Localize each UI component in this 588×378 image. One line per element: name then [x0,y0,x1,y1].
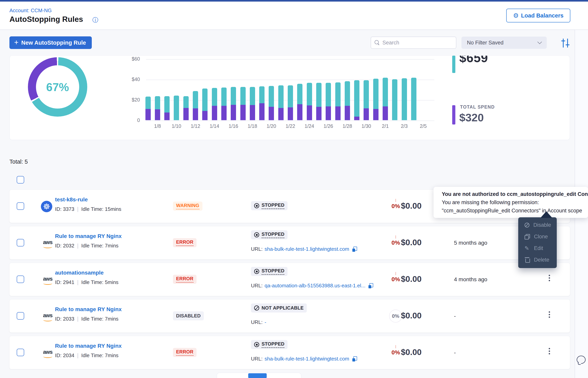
bar-1/26 [326,83,331,120]
savings-percent-tick [396,235,396,239]
spend-accent-bar [452,105,455,124]
rule-name-link[interactable]: automationsample [55,270,103,276]
rule-id: ID: 2032 [55,243,74,249]
search-input[interactable] [383,40,449,46]
select-all-checkbox[interactable] [17,176,24,184]
rule-name-link[interactable]: Rule to manage RY Nginx [55,233,122,239]
tooltip-line: "ccm_autoStoppingRule_edit Connectors" i… [442,206,580,215]
row-checkbox[interactable] [17,202,24,210]
row-actions-kebab-icon[interactable] [547,273,552,283]
spend-bar-segment [221,106,227,120]
resource-state-badge[interactable]: NOT APPLICABLE [251,303,307,312]
menu-item-disable[interactable]: Disable [518,219,557,231]
saved-filter-dropdown[interactable]: No Filter Saved [461,37,547,49]
savings-percent-ring: 0% [389,310,402,323]
x-axis-label: 1/28 [337,123,357,129]
rule-status-badge[interactable]: ERROR [173,348,196,357]
rule-status-badge[interactable]: ERROR [173,238,196,247]
row-actions-kebab-icon[interactable] [547,346,552,356]
savings-bar-segment [231,87,236,105]
savings-percent-tick [396,199,396,202]
rule-name-link[interactable]: Rule to manage RY Nginx [55,343,122,349]
row-checkbox[interactable] [17,349,24,356]
row-checkbox[interactable] [17,312,24,320]
context-menu-caret [540,211,552,218]
aws-smile-icon [43,355,52,358]
permission-tooltip: You are not authorized to ccm_autostoppi… [434,187,588,218]
menu-item-label: Disable [533,222,551,228]
menu-item-label: Delete [534,257,549,263]
spend-bar-segment [307,105,312,120]
new-rule-label: New AutoStopping Rule [21,40,86,46]
x-axis-label: 2/3 [395,123,414,129]
spend-bar-segment [345,106,350,120]
page-header: Account: CCM-NG AutoStopping Rules ⓘ ⚙ L… [0,1,588,30]
savings-bar-segment [316,83,321,107]
bar-1/7 [145,96,151,120]
filter-panel-icon[interactable] [561,39,570,48]
copy-icon[interactable] [352,356,357,362]
menu-item-edit[interactable]: ✎Edit [518,243,557,254]
rule-name-link[interactable]: Rule to manage RY Nginx [55,306,122,312]
spend-bar-segment [354,117,359,120]
table-row: awsRule to manage RY NginxID: 2033|Idle … [9,299,570,333]
row-checkbox[interactable] [17,276,24,283]
table-header: RULE DETAILS RULE STATUS RESOURCE DETAIL… [0,173,588,187]
load-balancers-button[interactable]: ⚙ Load Balancers [506,9,570,22]
current-page-button[interactable] [248,373,267,378]
row-actions-kebab-icon[interactable] [547,310,552,319]
rule-status-badge[interactable]: ERROR [173,275,196,284]
menu-item-delete[interactable]: Delete [518,254,557,266]
spend-bar-segment [335,106,341,120]
x-axis-label: 1/12 [186,123,205,129]
resource-url-link[interactable]: sha-bulk-rule-test-1.lightwingtest.com [265,356,349,362]
x-axis-label: 1/10 [167,123,186,129]
bar-1/25 [316,83,321,120]
pagination-bar[interactable] [217,373,301,378]
url-prefix: URL: [251,283,263,289]
resource-state-badge[interactable]: STOPPED [251,230,288,239]
savings-bar-segment [392,79,397,120]
idle-time: Idle Time: 15mins [81,206,121,212]
new-autostopping-rule-button[interactable]: + New AutoStopping Rule [9,36,92,49]
rule-id-line: ID: 2033|Idle Time: 7mins [55,316,118,322]
rule-id: ID: 2033 [55,316,74,322]
x-axis-label: 2/5 [413,123,433,129]
x-axis-label: 1/30 [357,123,376,129]
savings-bar-segment [174,95,179,120]
bar-1/9 [164,96,170,120]
savings-amount: $0.00 [401,274,422,284]
spend-bar-segment [250,105,255,120]
x-axis-label: 2/1 [376,123,395,129]
page-title: AutoStopping Rules [9,15,83,24]
account-breadcrumb[interactable]: Account: CCM-NG [9,7,52,14]
spend-bar-segment [193,108,198,120]
bar-1/29 [354,80,359,120]
rule-name-link[interactable]: test-k8s-rule [55,196,88,203]
rule-status-badge[interactable]: DISABLED [173,311,204,320]
resource-url-link[interactable]: qa-automation-alb-515563988.us-east-1.el… [265,283,365,289]
info-icon[interactable]: ⓘ [92,16,98,24]
table-row: awsRule to manage RY NginxID: 2034|Idle … [9,336,570,369]
resource-state-badge[interactable]: STOPPED [251,340,288,349]
spend-bar-segment [269,107,274,120]
savings-bar-segment [240,87,246,105]
bar-1/11 [183,96,189,120]
rule-status-badge[interactable]: WARNING [173,202,203,211]
resource-state-badge[interactable]: STOPPED [251,201,288,210]
resource-url-link[interactable]: sha-bulk-rule-test-1.lightwingtest.com [265,246,349,252]
x-axis-label: 1/18 [243,123,262,129]
copy-icon[interactable] [352,247,357,252]
row-checkbox[interactable] [17,239,24,246]
resource-url-link[interactable]: - [265,319,266,325]
chat-support-icon[interactable] [577,356,586,364]
aws-smile-icon [43,282,52,285]
total-spend-value: $320 [459,111,484,124]
x-axis-label: 1/20 [262,123,281,129]
donut-center-label: 67% [28,57,87,117]
copy-icon[interactable] [369,283,373,288]
rule-id: ID: 2941 [55,279,74,285]
aws-icon: aws [41,272,55,287]
resource-state-badge[interactable]: STOPPED [251,267,288,276]
menu-item-clone[interactable]: Clone [518,231,557,243]
